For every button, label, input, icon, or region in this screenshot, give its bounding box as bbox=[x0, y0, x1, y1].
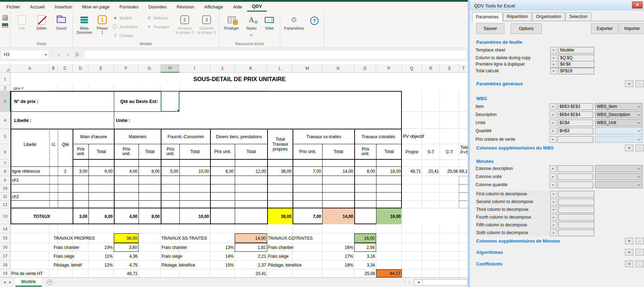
column-header-H[interactable]: H bbox=[161, 64, 179, 73]
summary-value[interactable]: 3,16 bbox=[354, 252, 376, 261]
column-header-G[interactable]: G bbox=[139, 64, 161, 73]
column-header-N[interactable]: N bbox=[322, 64, 354, 73]
cell[interactable] bbox=[139, 201, 161, 208]
wbs-quantite-input[interactable]: $H$3 bbox=[558, 128, 593, 134]
cell[interactable] bbox=[293, 176, 322, 184]
cell[interactable] bbox=[114, 176, 139, 184]
empty-cell[interactable] bbox=[402, 91, 422, 112]
empty-cell[interactable] bbox=[459, 243, 468, 252]
decompose-2-input[interactable] bbox=[558, 199, 594, 205]
cell-pv-cotraites[interactable]: 25,06 bbox=[354, 269, 376, 277]
empty-cell[interactable] bbox=[402, 201, 422, 208]
cell[interactable] bbox=[11, 184, 49, 193]
splitter-handle[interactable]: ⋮⋮ bbox=[403, 280, 411, 285]
empty-cell[interactable] bbox=[210, 224, 235, 233]
cell[interactable] bbox=[235, 184, 267, 193]
cell[interactable] bbox=[322, 184, 354, 193]
add-button[interactable]: + bbox=[625, 145, 633, 151]
row-header-14[interactable]: 14 bbox=[0, 224, 11, 233]
summary-label[interactable]: Frais chantier bbox=[267, 243, 322, 252]
cell[interactable] bbox=[49, 184, 58, 193]
cell-ligne-reference[interactable]: ligne référence bbox=[11, 167, 49, 176]
cell[interactable] bbox=[58, 201, 73, 208]
empty-cell[interactable] bbox=[422, 91, 440, 112]
cell[interactable] bbox=[161, 201, 179, 208]
cell[interactable] bbox=[139, 176, 161, 184]
header-prix-unit[interactable]: Prix unit. bbox=[73, 144, 88, 160]
header-total[interactable]: Total bbox=[179, 144, 210, 160]
empty-cell[interactable] bbox=[210, 269, 235, 277]
wbs-item-input[interactable]: $B$3:$E$3 bbox=[558, 103, 593, 110]
cell[interactable] bbox=[210, 184, 235, 193]
minutes-quantite-input[interactable] bbox=[558, 182, 593, 188]
styles-button[interactable]: A⚙ Styles bbox=[243, 12, 260, 37]
cell[interactable] bbox=[73, 184, 88, 193]
empty-cell[interactable] bbox=[322, 269, 354, 277]
volet-button[interactable]: → Volet bbox=[260, 12, 278, 30]
range-picker-icon[interactable]: ▸ bbox=[550, 111, 557, 118]
summary-value[interactable]: 2,37 bbox=[235, 261, 267, 269]
empty-cell[interactable] bbox=[422, 201, 440, 208]
header-total-ps[interactable]: TotaP+S bbox=[459, 144, 468, 167]
empty-cell[interactable] bbox=[293, 224, 322, 233]
cell[interactable] bbox=[58, 184, 73, 193]
empty-cell[interactable] bbox=[402, 252, 422, 261]
wbs-unite-dropdown[interactable]: WBS_Unit bbox=[595, 119, 643, 126]
summary-label[interactable]: Frais siège bbox=[161, 252, 210, 261]
row-header-8[interactable]: 8 bbox=[0, 167, 11, 176]
panel-tab-selection[interactable]: Selection bbox=[565, 12, 591, 21]
close-icon[interactable]: ✕ bbox=[632, 1, 643, 8]
panel-tab-organisation[interactable]: Organisation bbox=[532, 12, 565, 21]
empty-cell[interactable] bbox=[440, 201, 459, 208]
column-header-I[interactable]: I bbox=[179, 64, 210, 73]
empty-cell[interactable] bbox=[376, 243, 402, 252]
row-header-16[interactable]: 16 bbox=[0, 243, 11, 252]
empty-cell[interactable] bbox=[440, 112, 459, 129]
empty-cell[interactable] bbox=[139, 269, 161, 277]
cell[interactable] bbox=[88, 201, 114, 208]
hscroll-left-button[interactable]: ◀ bbox=[414, 279, 423, 286]
cell[interactable] bbox=[376, 176, 402, 184]
cell-pv-sstraites[interactable]: 20,41 bbox=[235, 269, 267, 277]
summary-pct[interactable]: 18% bbox=[322, 261, 354, 269]
cell[interactable] bbox=[161, 160, 179, 167]
range-picker-icon[interactable]: ▸ bbox=[550, 191, 557, 197]
cell-value[interactable]: 36,00 bbox=[267, 167, 293, 176]
empty-cell[interactable] bbox=[440, 252, 459, 261]
summary-label[interactable]: Frais chantier bbox=[49, 243, 88, 252]
empty-cell[interactable] bbox=[440, 193, 459, 201]
cell[interactable] bbox=[267, 160, 293, 167]
empty-cell[interactable] bbox=[440, 269, 459, 277]
header-travaux-cotraites[interactable]: Travaux cotraités bbox=[354, 129, 402, 144]
sheet-title-cell[interactable]: SOUS-DETAIL DE PRIX UNITAIRE bbox=[11, 73, 468, 86]
empty-cell[interactable] bbox=[161, 224, 179, 233]
column-header-T[interactable]: T bbox=[459, 64, 468, 73]
range-picker-icon[interactable]: ▸ bbox=[550, 206, 557, 213]
remove-button[interactable]: - bbox=[636, 249, 644, 256]
phase1-button[interactable]: 1 Phase1 bbox=[94, 12, 110, 35]
empty-cell[interactable] bbox=[210, 86, 235, 91]
cell[interactable] bbox=[354, 160, 376, 167]
sheet-nav-right-icon[interactable]: ▶ bbox=[9, 281, 11, 284]
enter-icon[interactable]: ✓ bbox=[63, 52, 73, 57]
summary-label[interactable]: Pilotage, bénéfice bbox=[161, 261, 210, 269]
decompose-3-input[interactable] bbox=[558, 206, 594, 213]
summary-pct[interactable]: 15% bbox=[210, 261, 235, 269]
summary-value[interactable]: 1,82 bbox=[235, 243, 267, 252]
empty-cell[interactable] bbox=[402, 193, 422, 201]
column-header-J[interactable]: J bbox=[210, 64, 235, 73]
row-header-1[interactable]: 1 bbox=[0, 73, 11, 86]
cell[interactable] bbox=[88, 160, 114, 167]
empty-cell[interactable] bbox=[179, 224, 210, 233]
summary-pct[interactable]: 16% bbox=[322, 243, 354, 252]
empty-cell[interactable] bbox=[459, 112, 468, 129]
column-header-K[interactable]: K bbox=[235, 64, 267, 73]
cell-value[interactable]: 6,00 bbox=[210, 167, 235, 176]
cell-propres-total[interactable]: 36,00 bbox=[114, 233, 139, 243]
empty-cell[interactable] bbox=[139, 252, 161, 261]
wbs-prix-unitaire-input[interactable] bbox=[558, 136, 593, 143]
empty-cell[interactable] bbox=[402, 243, 422, 252]
cell[interactable] bbox=[88, 176, 114, 184]
cell[interactable] bbox=[88, 193, 114, 201]
cell[interactable] bbox=[293, 193, 322, 201]
